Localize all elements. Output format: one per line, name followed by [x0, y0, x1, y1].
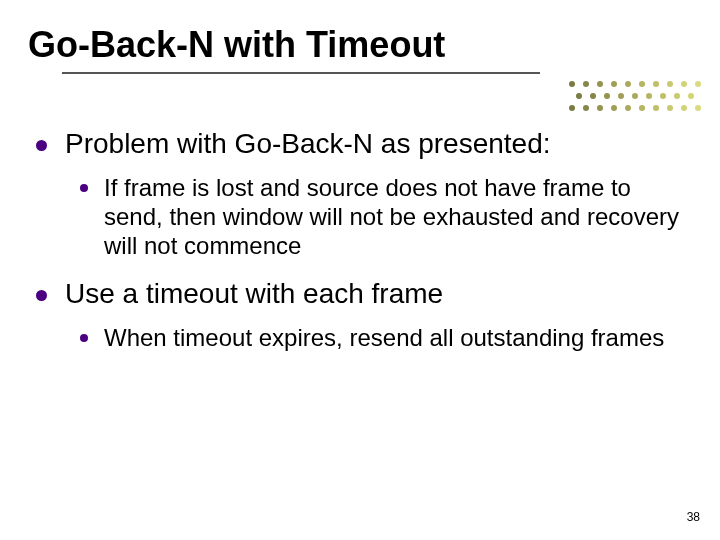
bullet-icon — [36, 140, 47, 151]
svg-point-5 — [639, 81, 645, 87]
svg-point-0 — [569, 81, 575, 87]
svg-point-25 — [653, 105, 659, 111]
svg-point-26 — [667, 105, 673, 111]
svg-point-8 — [681, 81, 687, 87]
svg-point-18 — [688, 93, 694, 99]
svg-point-28 — [695, 105, 701, 111]
svg-point-19 — [569, 105, 575, 111]
svg-point-15 — [646, 93, 652, 99]
svg-point-24 — [639, 105, 645, 111]
bullet-icon — [80, 334, 88, 342]
svg-point-27 — [681, 105, 687, 111]
svg-point-10 — [576, 93, 582, 99]
svg-point-3 — [611, 81, 617, 87]
title-underline — [62, 72, 540, 74]
svg-point-1 — [583, 81, 589, 87]
svg-point-20 — [583, 105, 589, 111]
svg-point-22 — [611, 105, 617, 111]
bullet-level1: Problem with Go-Back-N as presented: — [36, 128, 686, 160]
svg-point-12 — [604, 93, 610, 99]
bullet-text: When timeout expires, resend all outstan… — [104, 324, 686, 353]
svg-point-7 — [667, 81, 673, 87]
svg-point-16 — [660, 93, 666, 99]
content-area: Problem with Go-Back-N as presented: If … — [36, 120, 686, 371]
svg-point-4 — [625, 81, 631, 87]
svg-point-2 — [597, 81, 603, 87]
bullet-level2: When timeout expires, resend all outstan… — [80, 324, 686, 353]
title-block: Go-Back-N with Timeout — [28, 24, 445, 66]
svg-point-23 — [625, 105, 631, 111]
svg-point-13 — [618, 93, 624, 99]
svg-point-14 — [632, 93, 638, 99]
slide-title: Go-Back-N with Timeout — [28, 24, 445, 66]
bullet-text: Problem with Go-Back-N as presented: — [65, 128, 686, 160]
svg-point-17 — [674, 93, 680, 99]
bullet-level2: If frame is lost and source does not hav… — [80, 174, 686, 260]
svg-point-21 — [597, 105, 603, 111]
svg-point-11 — [590, 93, 596, 99]
page-number: 38 — [687, 510, 700, 524]
bullet-icon — [80, 184, 88, 192]
svg-point-6 — [653, 81, 659, 87]
bullet-level1: Use a timeout with each frame — [36, 278, 686, 310]
slide: Go-Back-N with Timeout — [0, 0, 720, 540]
svg-point-9 — [695, 81, 701, 87]
bullet-text: If frame is lost and source does not hav… — [104, 174, 686, 260]
bullet-icon — [36, 290, 47, 301]
bullet-text: Use a timeout with each frame — [65, 278, 686, 310]
decorative-dots-icon — [564, 76, 704, 124]
